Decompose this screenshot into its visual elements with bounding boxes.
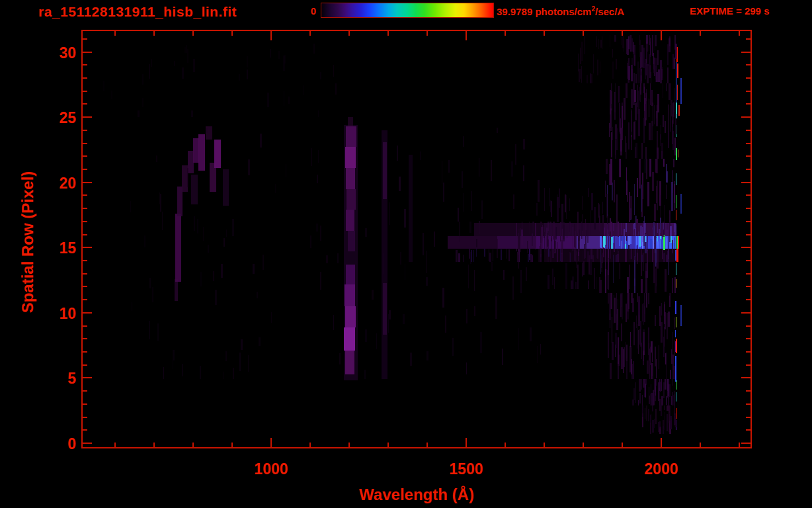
spectral-feature: [676, 249, 678, 262]
airglow-stripe: [668, 132, 669, 148]
airglow-stripe: [671, 182, 673, 212]
airglow-stripe: [663, 159, 665, 167]
colorbar-min-label: 0: [299, 5, 316, 17]
airglow-stripe: [610, 363, 612, 378]
airglow-stripe: [635, 143, 637, 157]
airglow-stripe: [569, 198, 571, 211]
airglow-stripe: [151, 59, 152, 67]
airglow-stripe: [523, 165, 524, 181]
axis-tick: [746, 260, 751, 261]
airglow-stripe: [638, 330, 639, 354]
airglow-stripe: [656, 263, 657, 286]
airglow-stripe: [495, 296, 497, 319]
axis-tick: [153, 31, 155, 36]
spectral-feature: [677, 64, 678, 78]
airglow-stripe: [650, 239, 652, 249]
airglow-stripe: [619, 236, 621, 247]
airglow-stripe: [655, 409, 657, 424]
airglow-stripe: [103, 81, 104, 92]
axis-tick: [83, 52, 92, 53]
airglow-stripe: [651, 90, 653, 105]
airglow-stripe: [644, 306, 645, 322]
airglow-stripe: [316, 224, 318, 232]
airglow-stripe: [318, 110, 319, 117]
airglow-stripe: [142, 98, 143, 107]
airglow-stripe: [163, 367, 164, 380]
airglow-stripe: [670, 370, 670, 379]
airglow-stripe: [667, 67, 669, 83]
airglow-stripe: [668, 229, 670, 236]
airglow-stripe: [655, 159, 657, 173]
axis-tick: [83, 364, 87, 366]
airglow-stripe: [653, 236, 653, 249]
x-tick-label: 1000: [231, 460, 311, 478]
axis-tick: [746, 130, 751, 131]
airglow-stripe: [553, 224, 555, 240]
airglow-stripe: [547, 233, 548, 247]
axis-tick: [348, 443, 350, 447]
airglow-stripe: [650, 83, 651, 105]
airglow-stripe: [590, 210, 591, 235]
airglow-stripe: [639, 40, 640, 57]
axis-tick: [348, 31, 350, 36]
airglow-stripe: [660, 230, 661, 236]
axis-tick: [746, 390, 751, 392]
airglow-stripe: [376, 333, 378, 349]
airglow-stripe: [554, 277, 555, 290]
airglow-stripe: [233, 368, 234, 380]
airglow-stripe: [458, 253, 460, 262]
axis-tick: [746, 351, 751, 353]
airglow-stripe: [270, 49, 272, 57]
axis-tick: [661, 31, 662, 40]
airglow-stripe: [442, 288, 444, 308]
airglow-stripe: [675, 418, 676, 427]
axis-tick: [746, 234, 751, 235]
airglow-stripe: [399, 177, 400, 190]
airglow-stripe: [674, 223, 674, 233]
airglow-stripe: [518, 251, 519, 268]
airglow-stripe: [667, 44, 669, 65]
plot-title: ra_151128131911_hisb_lin.fit: [38, 4, 237, 20]
airglow-stripe: [634, 55, 635, 65]
airglow-stripe: [567, 226, 567, 237]
airglow-stripe: [626, 304, 627, 321]
axis-tick: [746, 403, 751, 405]
axis-tick: [746, 169, 751, 170]
airglow-stripe: [248, 355, 249, 372]
airglow-stripe: [669, 296, 670, 306]
airglow-stripe: [326, 255, 327, 263]
axis-tick: [426, 31, 428, 36]
airglow-stripe: [529, 249, 531, 259]
airglow-stripe: [604, 228, 605, 235]
airglow-stripe: [651, 364, 653, 380]
airglow-stripe: [333, 315, 334, 330]
axis-tick: [83, 169, 87, 170]
airglow-stripe: [221, 264, 223, 278]
spectral-feature: [191, 175, 198, 204]
airglow-stripe: [566, 195, 567, 219]
airglow-stripe: [548, 222, 549, 231]
airglow-stripe: [259, 337, 261, 346]
airglow-stripe: [659, 429, 661, 435]
airglow-stripe: [271, 312, 272, 323]
axis-tick: [505, 31, 506, 36]
airglow-stripe: [247, 56, 248, 68]
airglow-stripe: [612, 183, 612, 200]
airglow-stripe: [657, 50, 659, 65]
airglow-stripe: [200, 366, 201, 380]
airglow-stripe: [666, 185, 667, 198]
spectral-feature: [677, 85, 678, 101]
airglow-stripe: [647, 250, 648, 278]
airglow-stripe: [149, 278, 150, 288]
axis-tick: [583, 31, 584, 36]
airglow-stripe: [575, 231, 576, 248]
spectral-feature: [175, 279, 178, 302]
airglow-stripe: [663, 223, 664, 230]
airglow-stripe: [616, 194, 618, 223]
airglow-stripe: [160, 194, 161, 212]
airglow-stripe: [493, 249, 493, 261]
airglow-stripe: [389, 202, 389, 225]
airglow-stripe: [597, 60, 598, 75]
spectral-feature: [680, 305, 682, 326]
airglow-stripe: [497, 128, 499, 133]
